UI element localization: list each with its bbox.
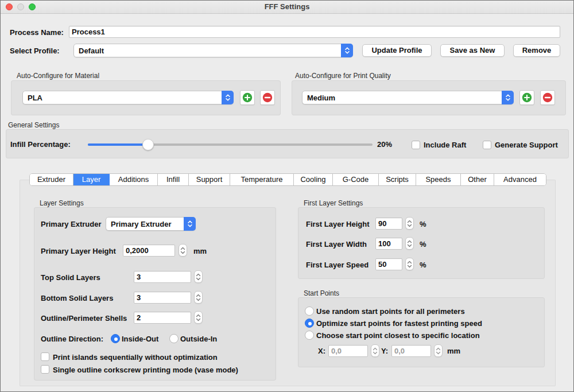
quality-group-title: Auto-Configure for Print Quality: [295, 72, 391, 80]
material-select[interactable]: PLA: [22, 91, 234, 104]
combo-arrows-icon: [222, 91, 234, 104]
title-bar: FFF Settings: [1, 1, 573, 14]
save-as-new-button[interactable]: Save as New: [440, 44, 505, 57]
tab-advanced[interactable]: Advanced: [494, 174, 546, 185]
update-profile-button[interactable]: Update Profile: [362, 44, 432, 57]
print-islands-checkbox[interactable]: [41, 352, 49, 361]
inside-out-label: Inside-Out: [122, 335, 158, 343]
choose-start-point-label: Choose start point closest to specific l…: [316, 331, 480, 340]
stepper-arrows-icon: [196, 313, 201, 322]
material-group-title: Auto-Configure for Material: [17, 72, 99, 80]
stepper-arrows-icon: [196, 293, 201, 302]
primary-layer-height-input[interactable]: [123, 244, 175, 257]
first-layer-width-unit: %: [420, 240, 426, 249]
infill-percentage-label: Infill Percentage:: [10, 140, 71, 149]
combo-arrows-icon: [502, 91, 514, 104]
tab-gcode[interactable]: G-Code: [333, 174, 379, 185]
print-islands-label: Print islands sequentially without optim…: [53, 353, 218, 362]
tab-speeds[interactable]: Speeds: [416, 174, 461, 185]
layer-settings-title: Layer Settings: [40, 199, 84, 207]
first-layer-speed-stepper[interactable]: [405, 258, 414, 270]
quality-select[interactable]: Medium: [302, 91, 514, 104]
tab-scripts[interactable]: Scripts: [379, 174, 416, 185]
select-profile-label: Select Profile:: [10, 46, 60, 55]
first-layer-height-unit: %: [420, 220, 426, 228]
top-solid-layers-label: Top Solid Layers: [41, 273, 100, 282]
outline-direction-label: Outline Direction:: [41, 335, 103, 343]
random-start-points-radio[interactable]: [305, 306, 314, 316]
tab-additions[interactable]: Additions: [110, 174, 158, 185]
first-layer-width-input[interactable]: [375, 238, 402, 250]
minus-icon: [262, 92, 273, 103]
primary-extruder-select[interactable]: Primary Extruder: [106, 217, 196, 231]
start-x-stepper[interactable]: [371, 344, 379, 357]
profile-select[interactable]: Default: [73, 44, 353, 57]
generate-support-label: Generate Support: [495, 141, 558, 149]
top-solid-layers-input[interactable]: [134, 271, 191, 283]
outside-in-label: Outside-In: [180, 335, 217, 343]
top-solid-layers-stepper[interactable]: [194, 270, 203, 283]
first-layer-speed-label: First Layer Speed: [306, 261, 369, 269]
add-material-button[interactable]: [240, 90, 255, 105]
vase-mode-checkbox[interactable]: [41, 365, 49, 374]
start-x-input[interactable]: [328, 345, 368, 357]
first-layer-settings-title: First Layer Settings: [304, 199, 363, 207]
bottom-solid-layers-stepper[interactable]: [194, 291, 203, 304]
plus-icon: [522, 92, 532, 103]
infill-slider-thumb[interactable]: [142, 139, 154, 150]
generate-support-checkbox[interactable]: [483, 141, 491, 149]
outline-perimeter-shells-stepper[interactable]: [194, 311, 203, 324]
remove-material-button[interactable]: [260, 90, 275, 105]
start-y-label: Y:: [381, 347, 388, 355]
optimize-start-points-label: Optimize start points for fastest printi…: [316, 319, 482, 328]
choose-start-point-radio[interactable]: [305, 331, 314, 340]
outline-perimeter-shells-input[interactable]: [134, 312, 191, 324]
outside-in-radio[interactable]: [169, 334, 179, 343]
primary-layer-height-stepper[interactable]: [179, 244, 187, 257]
minus-icon: [542, 92, 553, 103]
general-group-title: General Settings: [8, 121, 59, 129]
tab-extruder[interactable]: Extruder: [30, 174, 73, 185]
add-quality-button[interactable]: [519, 90, 534, 105]
bottom-solid-layers-label: Bottom Solid Layers: [41, 294, 113, 302]
infill-percentage-value: 20%: [377, 140, 392, 149]
first-layer-height-label: First Layer Height: [306, 220, 370, 228]
tab-layer[interactable]: Layer: [73, 174, 110, 185]
first-layer-height-input[interactable]: [375, 218, 402, 230]
infill-slider-fill: [88, 143, 148, 146]
stepper-arrows-icon: [436, 347, 441, 355]
primary-extruder-label: Primary Extruder: [41, 220, 102, 228]
tab-support[interactable]: Support: [189, 174, 230, 185]
quality-select-value: Medium: [307, 94, 335, 102]
fff-settings-window: FFF Settings Process Name: Select Profil…: [0, 0, 574, 392]
tab-cooling[interactable]: Cooling: [294, 174, 333, 185]
include-raft-checkbox[interactable]: [412, 141, 420, 149]
start-xy-unit: mm: [447, 347, 460, 355]
first-layer-height-stepper[interactable]: [405, 217, 414, 230]
primary-layer-height-label: Primary Layer Height: [41, 247, 116, 255]
tab-infill[interactable]: Infill: [158, 174, 189, 185]
primary-extruder-value: Primary Extruder: [111, 220, 172, 228]
bottom-solid-layers-input[interactable]: [134, 292, 191, 304]
optimize-start-points-radio[interactable]: [305, 319, 314, 328]
first-layer-width-stepper[interactable]: [405, 237, 414, 250]
remove-button[interactable]: Remove: [513, 44, 560, 57]
start-y-stepper[interactable]: [434, 344, 443, 357]
window-title: FFF Settings: [1, 1, 573, 13]
process-name-input[interactable]: [69, 26, 560, 38]
inside-out-radio[interactable]: [111, 334, 120, 343]
include-raft-label: Include Raft: [424, 141, 466, 149]
process-name-label: Process Name:: [10, 28, 64, 37]
first-layer-speed-input[interactable]: [375, 258, 402, 270]
stepper-arrows-icon: [180, 246, 185, 255]
stepper-arrows-icon: [407, 260, 412, 269]
tab-other[interactable]: Other: [461, 174, 494, 185]
settings-tab-bar: Extruder Layer Additions Infill Support …: [29, 173, 546, 186]
tab-temperature[interactable]: Temperature: [230, 174, 294, 185]
random-start-points-label: Use random start points for all perimete…: [316, 307, 465, 316]
combo-arrows-icon: [341, 44, 353, 57]
start-x-label: X:: [318, 347, 325, 355]
start-y-input[interactable]: [391, 345, 431, 357]
remove-quality-button[interactable]: [540, 90, 555, 105]
material-select-value: PLA: [28, 94, 42, 102]
